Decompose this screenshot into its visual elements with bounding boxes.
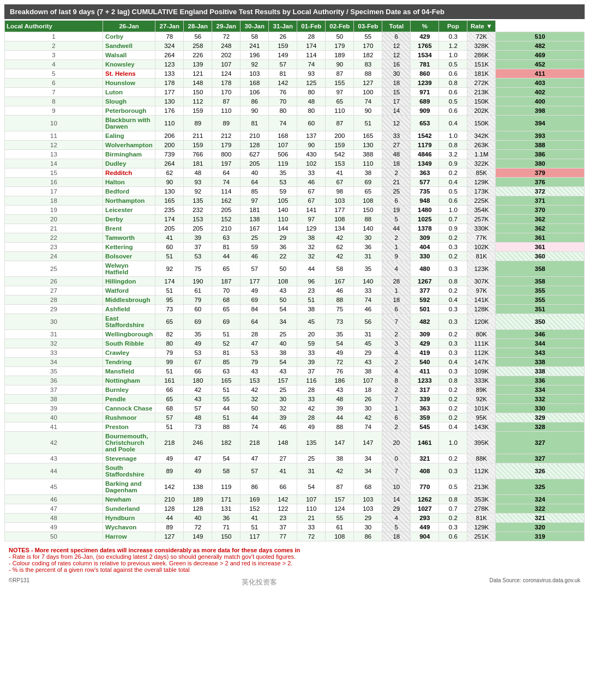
- data-cell: 44: [241, 413, 269, 423]
- data-cell: 51: [212, 330, 241, 339]
- pop-cell: 92K: [467, 395, 496, 404]
- pop-cell: 129K: [467, 523, 496, 532]
- data-cell: 248: [212, 41, 241, 51]
- name-cell: Wolverhampton: [103, 141, 155, 150]
- data-cell: 49: [184, 463, 212, 479]
- rate-cell: 360: [496, 252, 585, 261]
- table-body: 1Corby785672582628505564290.372K5102Sand…: [5, 32, 585, 541]
- rank-cell: 4: [5, 60, 103, 69]
- data-cell: 54: [269, 358, 297, 367]
- table-row: 2Sandwell3242582482411591741791701217651…: [5, 41, 585, 51]
- rank-cell: 1: [5, 32, 103, 41]
- data-cell: 107: [269, 141, 297, 150]
- table-row: 31Wellingborough823551282520353123090.28…: [5, 330, 585, 339]
- data-cell: 18: [382, 532, 411, 541]
- data-cell: 28: [297, 32, 326, 41]
- rate-cell: 319: [496, 532, 585, 541]
- col-header-9: 03-Feb: [354, 21, 382, 32]
- total-cell: 689: [411, 97, 439, 106]
- name-cell: Nottingham: [103, 376, 155, 385]
- data-cell: 88: [354, 215, 382, 224]
- pop-cell: 225K: [467, 196, 496, 206]
- table-row: 17Bedford130921148559679865257350.5173K3…: [5, 187, 585, 196]
- data-cell: 205: [155, 224, 184, 233]
- percent-cell: 0.3: [439, 261, 467, 277]
- table-row: 1Corby785672582628505564290.372K510: [5, 32, 585, 41]
- rate-cell: 386: [496, 150, 585, 159]
- data-cell: 65: [354, 187, 382, 196]
- data-cell: 56: [184, 32, 212, 41]
- total-cell: 971: [411, 88, 439, 97]
- table-row: 47Sunderland1281281311521221101241032910…: [5, 504, 585, 514]
- data-cell: 74: [241, 423, 269, 432]
- data-cell: 45: [354, 339, 382, 348]
- total-cell: 860: [411, 69, 439, 79]
- data-cell: 40: [184, 514, 212, 523]
- data-cell: 89: [155, 523, 184, 532]
- data-cell: 90: [354, 106, 382, 116]
- pop-cell: 81K: [467, 252, 496, 261]
- watermark: 英化投资客: [242, 577, 277, 587]
- data-cell: 119: [269, 159, 297, 168]
- rate-cell: 361: [496, 243, 585, 252]
- note-line-2: - Colour coding of rates column is relat…: [9, 560, 580, 566]
- data-cell: 116: [297, 376, 326, 385]
- data-cell: 153: [326, 159, 354, 168]
- data-cell: 133: [155, 69, 184, 79]
- data-cell: 88: [212, 423, 241, 432]
- data-cell: 130: [155, 187, 184, 196]
- data-cell: 174: [297, 41, 326, 51]
- data-cell: 90: [241, 106, 269, 116]
- percent-cell: 0.6: [439, 106, 467, 116]
- rank-cell: 42: [5, 432, 103, 454]
- data-cell: 2: [382, 168, 411, 178]
- data-cell: 7: [382, 314, 411, 330]
- name-cell: Blackburn with Darwen: [103, 116, 155, 131]
- data-cell: 196: [241, 51, 269, 60]
- pop-cell: 257K: [467, 215, 496, 224]
- data-cell: 23: [297, 286, 326, 295]
- rank-cell: 44: [5, 463, 103, 479]
- data-cell: 50: [269, 295, 297, 305]
- total-cell: 482: [411, 314, 439, 330]
- data-cell: 6: [382, 32, 411, 41]
- data-cell: 37: [184, 243, 212, 252]
- total-cell: 592: [411, 295, 439, 305]
- footer: ©RP131 英化投资客 Data Source: coronavirus.da…: [4, 575, 585, 589]
- data-cell: 93: [184, 178, 212, 187]
- col-header-3: 28-Jan: [184, 21, 212, 32]
- total-cell: 1179: [411, 141, 439, 150]
- rate-cell: 380: [496, 159, 585, 168]
- data-cell: 117: [241, 532, 269, 541]
- table-row: 23Kettering603781593632623614040.3102K36…: [5, 243, 585, 252]
- data-cell: 167: [241, 224, 269, 233]
- rank-cell: 7: [5, 88, 103, 97]
- data-cell: 72: [326, 358, 354, 367]
- pop-cell: 150K: [467, 97, 496, 106]
- data-cell: 47: [184, 454, 212, 463]
- rate-cell: 358: [496, 261, 585, 277]
- name-cell: Bedford: [103, 187, 155, 196]
- rate-cell: 332: [496, 395, 585, 404]
- data-cell: 49: [184, 339, 212, 348]
- data-cell: 48: [297, 97, 326, 106]
- data-cell: 112: [184, 97, 212, 106]
- pop-cell: 97K: [467, 286, 496, 295]
- pop-cell: 202K: [467, 106, 496, 116]
- data-cell: 80: [155, 339, 184, 348]
- data-cell: 59: [297, 339, 326, 348]
- data-cell: 86: [241, 479, 269, 495]
- percent-cell: 0.2: [439, 454, 467, 463]
- data-cell: 142: [269, 495, 297, 504]
- rank-cell: 40: [5, 413, 103, 423]
- rank-cell: 10: [5, 116, 103, 131]
- data-cell: 18: [382, 295, 411, 305]
- rate-cell: 336: [496, 376, 585, 385]
- name-cell: Tendring: [103, 358, 155, 367]
- data-cell: 95: [155, 295, 184, 305]
- data-cell: 140: [354, 277, 382, 286]
- rate-cell: 361: [496, 233, 585, 243]
- data-cell: 68: [354, 479, 382, 495]
- rate-cell: 328: [496, 423, 585, 432]
- rate-cell: 372: [496, 187, 585, 196]
